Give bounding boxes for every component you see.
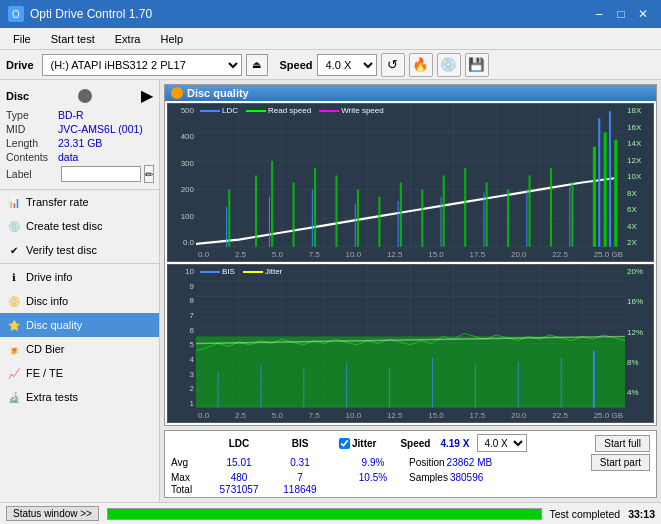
position-val: 23862 MB — [447, 457, 493, 468]
save-button[interactable]: 💾 — [465, 53, 489, 77]
nav-item-verify-test-disc[interactable]: ✔ Verify test disc — [0, 238, 159, 262]
avg-speed-val: 4.19 X — [440, 438, 469, 449]
disc-button[interactable]: 💿 — [437, 53, 461, 77]
disc-length-val: 23.31 GB — [58, 137, 102, 149]
disc-mid-key: MID — [6, 123, 58, 135]
max-row: Max 480 7 10.5% Samples 380596 — [171, 472, 650, 483]
write-legend-color — [319, 110, 339, 112]
nav-label-verify-test-disc: Verify test disc — [26, 244, 97, 256]
ldc-legend-label: LDC — [222, 106, 238, 115]
svg-rect-66 — [303, 368, 304, 408]
start-full-button[interactable]: Start full — [595, 435, 650, 452]
menu-file[interactable]: File — [4, 30, 40, 48]
bis-chart: 10 9 8 7 6 5 4 3 2 1 — [167, 264, 654, 423]
status-time: 33:13 — [628, 508, 655, 520]
status-window-button[interactable]: Status window >> — [6, 506, 99, 521]
svg-rect-25 — [464, 168, 466, 247]
maximize-button[interactable]: □ — [611, 5, 631, 23]
svg-rect-40 — [483, 192, 484, 246]
close-button[interactable]: ✕ — [633, 5, 653, 23]
nav-item-extra-tests[interactable]: 🔬 Extra tests — [0, 385, 159, 409]
disc-length-key: Length — [6, 137, 58, 149]
jitter-checkbox-group: Jitter — [339, 438, 376, 449]
svg-rect-27 — [507, 190, 509, 247]
nav-label-fe-te: FE / TE — [26, 367, 63, 379]
nav-item-transfer-rate[interactable]: 📊 Transfer rate — [0, 190, 159, 214]
svg-rect-18 — [314, 168, 316, 247]
eject-button[interactable]: ⏏ — [246, 54, 268, 76]
nav-list: 📊 Transfer rate 💿 Create test disc ✔ Ver… — [0, 190, 159, 502]
svg-rect-24 — [443, 175, 445, 246]
speed-select[interactable]: 4.0 X — [317, 54, 377, 76]
disc-type-val: BD-R — [58, 109, 84, 121]
jitter-checkbox[interactable] — [339, 438, 350, 449]
max-bis-val: 7 — [275, 472, 325, 483]
bis-legend-color — [200, 271, 220, 273]
jitter-label: Jitter — [352, 438, 376, 449]
svg-rect-19 — [335, 175, 337, 246]
speed-stats-label: Speed — [400, 438, 430, 449]
minimize-button[interactable]: – — [589, 5, 609, 23]
menu-extra[interactable]: Extra — [106, 30, 150, 48]
nav-label-drive-info: Drive info — [26, 271, 72, 283]
drive-select[interactable]: (H:) ATAPI iHBS312 2 PL17 — [42, 54, 242, 76]
menu-start-test[interactable]: Start test — [42, 30, 104, 48]
bis-legend-jitter: Jitter — [243, 267, 282, 276]
disc-contents-val: data — [58, 151, 78, 163]
disc-type-key: Type — [6, 109, 58, 121]
speed-label: Speed — [280, 59, 313, 71]
ldc-legend-write: Write speed — [319, 106, 384, 115]
svg-rect-29 — [550, 168, 552, 247]
bis-y-axis-right: 20% 16% 12% 8% 4% — [625, 265, 653, 422]
ldc-legend-read: Read speed — [246, 106, 311, 115]
avg-label: Avg — [171, 457, 203, 468]
app-icon: O — [8, 6, 24, 22]
svg-rect-32 — [604, 133, 607, 247]
label-input[interactable] — [61, 166, 141, 182]
burn-button[interactable]: 🔥 — [409, 53, 433, 77]
bis-legend-bis: BIS — [200, 267, 235, 276]
disc-image-icon[interactable]: ▶ — [141, 86, 153, 105]
svg-rect-26 — [486, 183, 488, 247]
nav-item-disc-quality[interactable]: ⭐ Disc quality — [0, 313, 159, 337]
nav-divider-1 — [0, 263, 159, 264]
svg-rect-39 — [441, 197, 442, 247]
ldc-legend-color — [200, 110, 220, 112]
create-test-disc-icon: 💿 — [7, 219, 21, 233]
transfer-rate-icon: 📊 — [7, 195, 21, 209]
position-label: Position — [409, 457, 445, 468]
nav-item-cd-bier[interactable]: 🍺 CD Bier — [0, 337, 159, 361]
total-row: Total 5731057 118649 — [171, 484, 650, 495]
total-ldc-val: 5731057 — [205, 484, 273, 495]
bis-legend-label: BIS — [222, 267, 235, 276]
menubar: File Start test Extra Help — [0, 28, 661, 50]
svg-rect-28 — [528, 175, 530, 246]
start-part-button[interactable]: Start part — [591, 454, 650, 471]
nav-item-disc-info[interactable]: 📀 Disc info — [0, 289, 159, 313]
ldc-y-axis-right: 18X 16X 14X 12X 10X 8X 6X 4X 2X — [625, 104, 653, 261]
titlebar-title: Opti Drive Control 1.70 — [30, 7, 152, 21]
read-legend-label: Read speed — [268, 106, 311, 115]
status-text: Test completed — [550, 508, 621, 520]
disc-contents-key: Contents — [6, 151, 58, 163]
svg-rect-69 — [432, 358, 433, 408]
svg-rect-31 — [593, 147, 596, 247]
nav-item-fe-te[interactable]: 📈 FE / TE — [0, 361, 159, 385]
nav-item-drive-info[interactable]: ℹ Drive info — [0, 265, 159, 289]
refresh-button[interactable]: ↺ — [381, 53, 405, 77]
speed-select-stats[interactable]: 4.0 X — [477, 434, 527, 452]
svg-rect-73 — [593, 351, 595, 408]
stats-ldc-header: LDC — [205, 438, 273, 449]
bis-chart-svg — [196, 265, 625, 422]
samples-label: Samples — [409, 472, 448, 483]
bottom-stats: LDC BIS Jitter Speed 4.19 X 4.0 X Start … — [164, 430, 657, 498]
avg-ldc-val: 15.01 — [205, 457, 273, 468]
avg-row: Avg 15.01 0.31 9.9% Position 23862 MB St… — [171, 454, 650, 471]
label-edit-button[interactable]: ✏ — [144, 165, 154, 183]
ldc-y-axis-left: 500 400 300 200 100 0.0 — [168, 104, 196, 261]
menu-help[interactable]: Help — [151, 30, 192, 48]
ldc-legend-ldc: LDC — [200, 106, 238, 115]
chart-title: Disc quality — [187, 87, 249, 99]
ldc-chart: 500 400 300 200 100 0.0 LDC — [167, 103, 654, 262]
nav-item-create-test-disc[interactable]: 💿 Create test disc — [0, 214, 159, 238]
